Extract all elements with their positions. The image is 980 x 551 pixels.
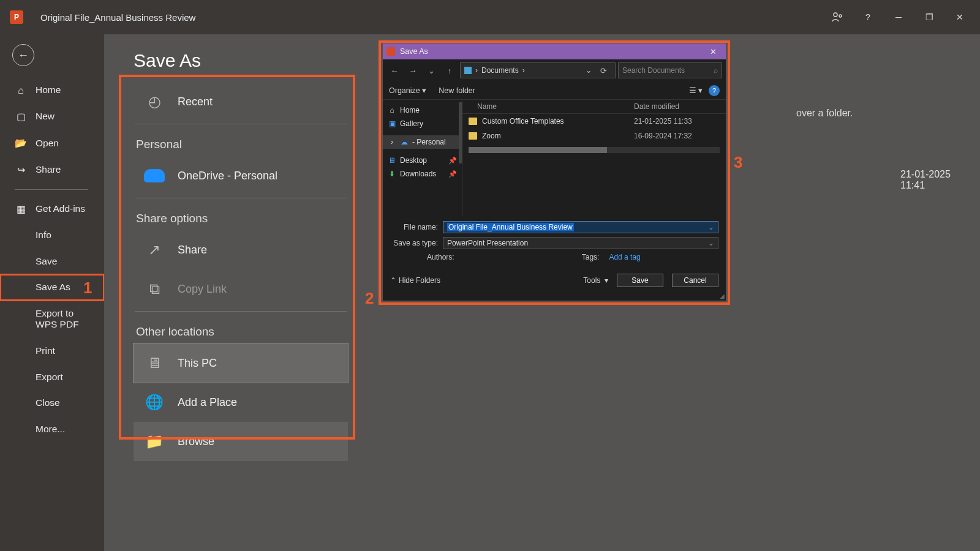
- window-close-icon[interactable]: ✕: [944, 6, 975, 29]
- gallery-icon: ▣: [388, 119, 396, 128]
- resize-grip-icon[interactable]: ◢: [720, 293, 725, 299]
- tree-scrollbar[interactable]: [459, 102, 462, 163]
- address-dropdown-icon[interactable]: ⌄: [586, 66, 592, 75]
- opt-browse[interactable]: 📁 Browse: [134, 422, 348, 461]
- new-folder-button[interactable]: New folder: [439, 86, 475, 95]
- open-icon: 📂: [15, 137, 27, 149]
- cancel-button[interactable]: Cancel: [672, 274, 718, 287]
- nav-up-icon[interactable]: ↑: [442, 62, 458, 78]
- nav-new[interactable]: ▢New: [0, 103, 104, 130]
- tools-menu[interactable]: Tools ▾: [583, 276, 608, 285]
- save-button[interactable]: Save: [617, 274, 663, 287]
- pc-icon: 🖥: [143, 352, 165, 374]
- dialog-body: ⌂Home ▣Gallery ›☁- Personal 🖥Desktop📌 ⬇D…: [383, 100, 726, 216]
- tags-label: Tags:: [582, 253, 600, 261]
- nav-export-wps[interactable]: Export to WPS PDF: [0, 301, 104, 338]
- file-name-label: File name:: [390, 223, 438, 231]
- annotation-label-3: 3: [734, 153, 742, 172]
- globe-plus-icon: 🌐: [143, 391, 165, 413]
- file-row[interactable]: Custom Office Templates 21-01-2025 11:33: [462, 114, 726, 129]
- share-arrow-icon: ↗: [143, 239, 165, 261]
- nav-open[interactable]: 📂Open: [0, 130, 104, 156]
- save-as-dialog: Save As ✕ ← → ⌄ ↑ › Documents › ⌄ ⟳ Sear…: [382, 43, 726, 301]
- nav-save[interactable]: Save: [0, 249, 104, 275]
- nav-get-addins[interactable]: ▦Get Add-ins: [0, 196, 104, 222]
- nav-back-icon[interactable]: ←: [386, 62, 402, 78]
- pinned-timestamp: 21-01-2025 11:41: [900, 169, 956, 191]
- dialog-search-input[interactable]: Search Documents ⌕: [618, 62, 722, 78]
- dialog-titlebar[interactable]: Save As ✕: [383, 43, 726, 59]
- nav-more[interactable]: More...: [0, 416, 104, 443]
- dialog-toolbar: Organize ▾ New folder ☰ ▾ ?: [383, 81, 726, 100]
- opt-this-pc[interactable]: 🖥 This PC: [134, 343, 348, 383]
- drive-icon: [464, 67, 472, 74]
- file-name-input[interactable]: Original File_Annual Business Review⌄: [443, 221, 718, 233]
- opt-recent[interactable]: ◴ Recent: [134, 82, 348, 121]
- annotation-label-2: 2: [365, 289, 374, 308]
- breadcrumb-sep2: ›: [522, 66, 525, 75]
- chevron-right-icon: ›: [388, 138, 396, 146]
- nav-info[interactable]: Info: [0, 222, 104, 249]
- nav-print[interactable]: Print: [0, 338, 104, 364]
- tree-onedrive-personal[interactable]: ›☁- Personal: [383, 135, 462, 149]
- tree-gallery[interactable]: ▣Gallery: [383, 117, 462, 130]
- combo-dropdown-icon[interactable]: ⌄: [708, 223, 714, 231]
- window-restore-icon[interactable]: ❐: [914, 6, 944, 29]
- file-list: Name Date modified Custom Office Templat…: [462, 100, 726, 216]
- window-minimize-icon[interactable]: ─: [883, 6, 914, 29]
- clock-icon: ◴: [143, 91, 165, 113]
- home-icon: ⌂: [15, 84, 27, 96]
- combo-dropdown-icon[interactable]: ⌄: [708, 239, 714, 247]
- nav-divider: [15, 189, 88, 190]
- opt-add-place[interactable]: 🌐 Add a Place: [134, 383, 348, 422]
- folder-icon: [469, 132, 477, 140]
- home-small-icon: ⌂: [388, 106, 396, 114]
- section-share-options: Share options: [134, 201, 348, 230]
- refresh-icon[interactable]: ⟳: [595, 62, 611, 78]
- addins-icon: ▦: [15, 203, 27, 215]
- search-placeholder: Search Documents: [622, 66, 685, 75]
- dialog-button-row: ⌃Hide Folders Tools ▾ Save Cancel: [383, 268, 726, 292]
- desktop-icon: 🖥: [388, 156, 396, 165]
- help-icon[interactable]: ?: [853, 6, 883, 29]
- folder-open-icon: 📁: [143, 430, 165, 452]
- breadcrumb-sep: ›: [475, 66, 478, 75]
- tree-downloads[interactable]: ⬇Downloads📌: [383, 167, 462, 181]
- document-title: Original File_Annual Business Review: [40, 12, 195, 23]
- nav-forward-icon[interactable]: →: [405, 62, 421, 78]
- pin-icon[interactable]: 📌: [448, 157, 457, 165]
- add-tag-link[interactable]: Add a tag: [609, 253, 640, 261]
- cloud-icon: ☁: [400, 138, 409, 146]
- section-personal: Personal: [134, 127, 348, 156]
- tree-home[interactable]: ⌂Home: [383, 103, 462, 117]
- annotation-label-1: 1: [83, 279, 92, 298]
- nav-home[interactable]: ⌂Home: [0, 77, 104, 103]
- nav-share[interactable]: ↪Share: [0, 157, 104, 183]
- opt-onedrive[interactable]: OneDrive - Personal: [134, 156, 348, 195]
- share-icon: ↪: [15, 164, 27, 176]
- horizontal-scrollbar[interactable]: [469, 147, 720, 153]
- col-name[interactable]: Name: [469, 102, 634, 111]
- file-row[interactable]: Zoom 16-09-2024 17:32: [462, 129, 726, 143]
- nav-export[interactable]: Export: [0, 364, 104, 391]
- hide-folders-toggle[interactable]: ⌃Hide Folders: [390, 276, 440, 285]
- file-list-header[interactable]: Name Date modified: [462, 100, 726, 114]
- dialog-title-text: Save As: [400, 47, 428, 56]
- nav-recent-dropdown-icon[interactable]: ⌄: [423, 62, 439, 78]
- titlebar: P Original File_Annual Business Review ?…: [0, 0, 980, 34]
- pin-icon[interactable]: 📌: [448, 170, 457, 178]
- chevron-up-icon: ⌃: [390, 276, 396, 285]
- organize-menu[interactable]: Organize ▾: [389, 86, 426, 95]
- dialog-help-icon[interactable]: ?: [709, 85, 720, 96]
- save-type-combo[interactable]: PowerPoint Presentation⌄: [443, 237, 718, 249]
- tree-desktop[interactable]: 🖥Desktop📌: [383, 154, 462, 167]
- new-icon: ▢: [15, 111, 27, 122]
- address-bar[interactable]: › Documents › ⌄ ⟳: [460, 62, 616, 78]
- dialog-close-icon[interactable]: ✕: [704, 47, 722, 56]
- opt-share[interactable]: ↗ Share: [134, 230, 348, 269]
- account-icon[interactable]: [822, 6, 853, 29]
- col-date[interactable]: Date modified: [634, 102, 720, 111]
- nav-close[interactable]: Close: [0, 390, 104, 416]
- breadcrumb-documents[interactable]: Documents: [481, 66, 519, 75]
- view-mode-button[interactable]: ☰ ▾: [689, 86, 703, 95]
